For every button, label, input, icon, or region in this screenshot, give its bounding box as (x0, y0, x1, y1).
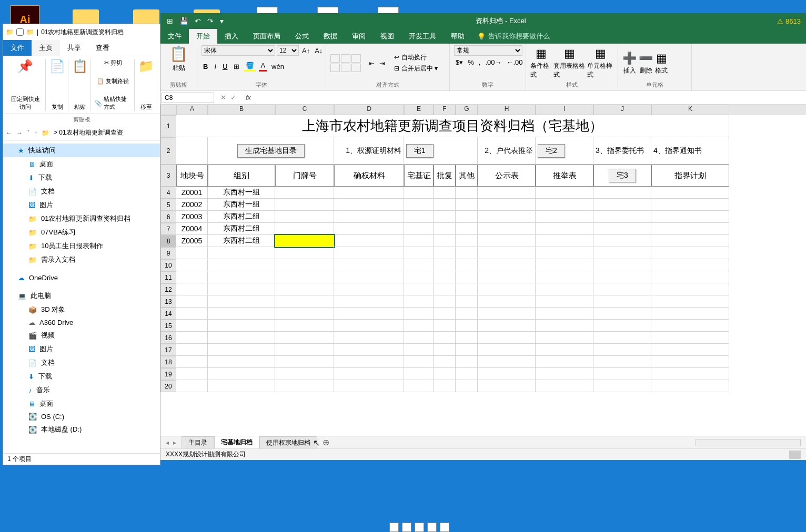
conditional-format-button[interactable]: ▦条件格式 (530, 47, 551, 79)
bold-button[interactable]: B (202, 62, 209, 71)
cell-F19[interactable] (434, 368, 456, 380)
cell-G6[interactable] (456, 211, 478, 223)
taskbar-app[interactable] (415, 523, 424, 532)
cell-C5[interactable] (275, 199, 334, 211)
nav-pictures2[interactable]: 🖼图片 (3, 342, 160, 356)
copy-path-button[interactable]: 📋复制路径 (97, 77, 129, 85)
cell-D14[interactable] (334, 308, 404, 320)
cell-E19[interactable] (404, 368, 434, 380)
cell-I19[interactable] (536, 368, 593, 380)
cell-H12[interactable] (478, 283, 536, 295)
tab-view[interactable]: 视图 (373, 29, 401, 44)
row-header-13[interactable]: 13 (160, 295, 176, 308)
cell-E9[interactable] (404, 247, 434, 259)
tell-me-search[interactable]: 💡告诉我你想要做什么 (472, 29, 555, 44)
cell-K7[interactable] (651, 223, 729, 235)
cell-C20[interactable] (275, 380, 334, 392)
cell-B12[interactable] (208, 283, 275, 295)
tab-insert[interactable]: 插入 (217, 29, 246, 44)
row-header-8[interactable]: 8 (160, 235, 176, 247)
alignment-buttons[interactable] (330, 54, 361, 72)
cell-A18[interactable] (176, 356, 208, 368)
number-format-select[interactable]: 常规 (454, 45, 522, 56)
cell-H5[interactable] (478, 199, 536, 211)
cell-A12[interactable] (176, 283, 208, 295)
column-header-F[interactable]: F (434, 105, 456, 115)
cell-J17[interactable] (593, 344, 651, 356)
cell-I17[interactable] (536, 344, 593, 356)
wrap-text-button[interactable]: ↩ 自动换行 (394, 53, 438, 62)
nav-a360[interactable]: ☁A360 Drive (3, 316, 160, 329)
cell-I20[interactable] (536, 380, 593, 392)
cell-K16[interactable] (651, 332, 729, 344)
cell-G7[interactable] (456, 223, 478, 235)
cell-F11[interactable] (434, 271, 456, 283)
nav-music[interactable]: ♪音乐 (3, 383, 160, 397)
cell-D6[interactable] (334, 211, 404, 223)
redo-icon[interactable]: ↷ (207, 17, 214, 25)
cell-C9[interactable] (275, 247, 334, 259)
cell-B11[interactable] (208, 271, 275, 283)
cell-A9[interactable] (176, 247, 208, 259)
increase-decimal-icon[interactable]: .00→ (483, 58, 503, 67)
cell-H19[interactable] (478, 368, 536, 380)
cell-K4[interactable] (651, 187, 729, 199)
cell-E6[interactable] (404, 211, 434, 223)
nav-this-pc[interactable]: 💻此电脑 (3, 289, 160, 303)
cell-D4[interactable] (334, 187, 404, 199)
taskbar-app[interactable] (389, 523, 399, 532)
select-all-corner[interactable] (160, 105, 176, 115)
decrease-decimal-icon[interactable]: ←.00 (505, 58, 525, 67)
cell-A6[interactable]: Z0003 (176, 211, 208, 223)
nav-downloads[interactable]: ⬇下载 (3, 171, 160, 185)
header-h_i[interactable]: 推举表 (536, 165, 593, 187)
cell-F20[interactable] (434, 380, 456, 392)
nav-folder1[interactable]: 📁01农村地籍更新调查资料归档 (3, 212, 160, 226)
row-header-18[interactable]: 18 (160, 356, 176, 368)
cell-J16[interactable] (593, 332, 651, 344)
cell-J6[interactable] (593, 211, 651, 223)
cell-I7[interactable] (536, 223, 593, 235)
cell-G19[interactable] (456, 368, 478, 380)
cell-B6[interactable]: 东西村二组 (208, 211, 275, 223)
increase-font-icon[interactable]: A↑ (300, 46, 311, 55)
nav-3d[interactable]: 📦3D 对象 (3, 303, 160, 316)
tab-share[interactable]: 共享 (60, 40, 88, 56)
tab-formulas[interactable]: 公式 (288, 29, 316, 44)
cell-C15[interactable] (275, 320, 334, 332)
pin-icon[interactable]: 📌 (17, 59, 33, 74)
cell-C16[interactable] (275, 332, 334, 344)
nav-folder2[interactable]: 📁07VBA练习 (3, 226, 160, 239)
cell-J4[interactable] (593, 187, 651, 199)
row-header-19[interactable]: 19 (160, 368, 176, 380)
cell-D20[interactable] (334, 380, 404, 392)
nav-folder3[interactable]: 📁10员工生日报表制作 (3, 239, 160, 253)
cell-F15[interactable] (434, 320, 456, 332)
cell-A8[interactable]: Z0005 (176, 235, 208, 247)
zhai2-button[interactable]: 宅2 (538, 144, 565, 158)
cell-D16[interactable] (334, 332, 404, 344)
cell-B17[interactable] (208, 344, 275, 356)
cell-K15[interactable] (651, 320, 729, 332)
cell[interactable]: 宅1 (404, 137, 478, 165)
cell-I11[interactable] (536, 271, 593, 283)
column-header-H[interactable]: H (478, 105, 536, 115)
cell-H17[interactable] (478, 344, 536, 356)
cell-D10[interactable] (334, 259, 404, 271)
cell-E7[interactable] (404, 223, 434, 235)
label-1[interactable]: 1、权源证明材料 (334, 137, 404, 165)
tab-home[interactable]: 主页 (32, 40, 60, 56)
cell-K10[interactable] (651, 259, 729, 271)
cell-H10[interactable] (478, 259, 536, 271)
row-header-20[interactable]: 20 (160, 380, 176, 392)
cell-I14[interactable] (536, 308, 593, 320)
cell-B4[interactable]: 东西村一组 (208, 187, 275, 199)
cell-I5[interactable] (536, 199, 593, 211)
cell-F6[interactable] (434, 211, 456, 223)
formula-bar[interactable] (255, 97, 806, 99)
warning-badge[interactable]: ⚠8613 (772, 17, 806, 25)
nav-quick-access[interactable]: ★快速访问 (3, 144, 160, 157)
cell-C17[interactable] (275, 344, 334, 356)
cell-G20[interactable] (456, 380, 478, 392)
cell-K14[interactable] (651, 308, 729, 320)
